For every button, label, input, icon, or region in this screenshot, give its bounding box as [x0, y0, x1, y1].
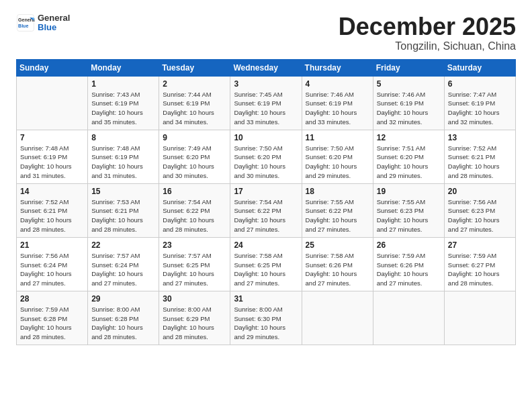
day-info: Sunrise: 8:00 AM Sunset: 6:29 PM Dayligh…	[163, 305, 227, 342]
logo-text-blue: Blue	[38, 23, 70, 32]
day-info: Sunrise: 7:57 AM Sunset: 6:25 PM Dayligh…	[163, 251, 227, 288]
day-info: Sunrise: 7:55 AM Sunset: 6:22 PM Dayligh…	[306, 197, 370, 234]
calendar-week-2: 7Sunrise: 7:48 AM Sunset: 6:19 PM Daylig…	[17, 130, 516, 183]
calendar-cell: 3Sunrise: 7:45 AM Sunset: 6:19 PM Daylig…	[230, 76, 302, 130]
day-number: 28	[20, 294, 85, 304]
calendar-cell: 4Sunrise: 7:46 AM Sunset: 6:19 PM Daylig…	[302, 76, 373, 130]
svg-text:Blue: Blue	[18, 24, 28, 28]
day-number: 18	[306, 187, 370, 196]
day-number: 6	[448, 79, 513, 89]
calendar-cell: 9Sunrise: 7:49 AM Sunset: 6:20 PM Daylig…	[159, 130, 230, 183]
day-info: Sunrise: 8:00 AM Sunset: 6:28 PM Dayligh…	[91, 305, 156, 342]
day-number: 15	[91, 187, 156, 196]
calendar-week-3: 14Sunrise: 7:52 AM Sunset: 6:21 PM Dayli…	[17, 183, 516, 237]
day-info: Sunrise: 7:52 AM Sunset: 6:21 PM Dayligh…	[448, 144, 513, 181]
header-wednesday: Wednesday	[230, 59, 302, 76]
day-info: Sunrise: 7:50 AM Sunset: 6:20 PM Dayligh…	[234, 144, 298, 181]
calendar-week-5: 28Sunrise: 7:59 AM Sunset: 6:28 PM Dayli…	[17, 291, 516, 345]
calendar-cell: 14Sunrise: 7:52 AM Sunset: 6:21 PM Dayli…	[17, 183, 88, 237]
calendar-table: SundayMondayTuesdayWednesdayThursdayFrid…	[16, 59, 516, 345]
day-number: 19	[377, 187, 441, 196]
calendar-cell: 29Sunrise: 8:00 AM Sunset: 6:28 PM Dayli…	[88, 291, 159, 345]
day-number: 31	[234, 294, 298, 304]
day-info: Sunrise: 7:59 AM Sunset: 6:28 PM Dayligh…	[20, 305, 85, 342]
calendar-cell: 6Sunrise: 7:47 AM Sunset: 6:19 PM Daylig…	[444, 76, 515, 130]
day-info: Sunrise: 7:56 AM Sunset: 6:24 PM Dayligh…	[20, 251, 85, 288]
calendar-cell: 24Sunrise: 7:58 AM Sunset: 6:25 PM Dayli…	[230, 237, 302, 291]
calendar-cell: 17Sunrise: 7:54 AM Sunset: 6:22 PM Dayli…	[230, 183, 302, 237]
calendar-header-row: SundayMondayTuesdayWednesdayThursdayFrid…	[17, 59, 516, 76]
day-info: Sunrise: 7:58 AM Sunset: 6:25 PM Dayligh…	[234, 251, 298, 288]
day-info: Sunrise: 7:50 AM Sunset: 6:20 PM Dayligh…	[306, 144, 370, 181]
day-number: 24	[234, 240, 298, 250]
calendar-cell: 26Sunrise: 7:59 AM Sunset: 6:26 PM Dayli…	[373, 237, 444, 291]
calendar-week-4: 21Sunrise: 7:56 AM Sunset: 6:24 PM Dayli…	[17, 237, 516, 291]
calendar-cell	[444, 291, 515, 345]
day-info: Sunrise: 7:55 AM Sunset: 6:23 PM Dayligh…	[377, 197, 441, 234]
day-number: 5	[377, 79, 441, 89]
day-info: Sunrise: 7:46 AM Sunset: 6:19 PM Dayligh…	[377, 90, 441, 127]
day-number: 2	[163, 79, 227, 89]
calendar-cell: 12Sunrise: 7:51 AM Sunset: 6:20 PM Dayli…	[373, 130, 444, 183]
day-info: Sunrise: 7:45 AM Sunset: 6:19 PM Dayligh…	[234, 90, 298, 127]
day-number: 16	[163, 187, 227, 196]
header-tuesday: Tuesday	[159, 59, 230, 76]
calendar-cell: 19Sunrise: 7:55 AM Sunset: 6:23 PM Dayli…	[373, 183, 444, 237]
day-info: Sunrise: 7:54 AM Sunset: 6:22 PM Dayligh…	[163, 197, 227, 234]
calendar-cell: 7Sunrise: 7:48 AM Sunset: 6:19 PM Daylig…	[17, 130, 88, 183]
day-info: Sunrise: 7:57 AM Sunset: 6:24 PM Dayligh…	[91, 251, 156, 288]
header-saturday: Saturday	[444, 59, 515, 76]
calendar-cell: 18Sunrise: 7:55 AM Sunset: 6:22 PM Dayli…	[302, 183, 373, 237]
calendar-cell: 23Sunrise: 7:57 AM Sunset: 6:25 PM Dayli…	[159, 237, 230, 291]
header-sunday: Sunday	[17, 59, 88, 76]
day-info: Sunrise: 7:46 AM Sunset: 6:19 PM Dayligh…	[306, 90, 370, 127]
day-number: 21	[20, 240, 85, 250]
calendar-cell: 22Sunrise: 7:57 AM Sunset: 6:24 PM Dayli…	[88, 237, 159, 291]
header: General Blue General Blue December 2025 …	[16, 13, 516, 52]
day-number: 22	[91, 240, 156, 250]
calendar-cell	[302, 291, 373, 345]
svg-rect-0	[17, 15, 34, 32]
calendar-cell: 1Sunrise: 7:43 AM Sunset: 6:19 PM Daylig…	[88, 76, 159, 130]
day-info: Sunrise: 7:54 AM Sunset: 6:22 PM Dayligh…	[234, 197, 298, 234]
logo-icon: General Blue	[16, 13, 35, 32]
day-number: 11	[306, 133, 370, 142]
calendar-cell: 8Sunrise: 7:48 AM Sunset: 6:19 PM Daylig…	[88, 130, 159, 183]
calendar-cell: 28Sunrise: 7:59 AM Sunset: 6:28 PM Dayli…	[17, 291, 88, 345]
day-info: Sunrise: 7:59 AM Sunset: 6:27 PM Dayligh…	[448, 251, 513, 288]
day-number: 20	[448, 187, 513, 196]
calendar-cell: 27Sunrise: 7:59 AM Sunset: 6:27 PM Dayli…	[444, 237, 515, 291]
calendar-cell: 13Sunrise: 7:52 AM Sunset: 6:21 PM Dayli…	[444, 130, 515, 183]
calendar-cell: 10Sunrise: 7:50 AM Sunset: 6:20 PM Dayli…	[230, 130, 302, 183]
day-number: 8	[91, 133, 156, 142]
calendar-cell: 5Sunrise: 7:46 AM Sunset: 6:19 PM Daylig…	[373, 76, 444, 130]
day-info: Sunrise: 7:44 AM Sunset: 6:19 PM Dayligh…	[163, 90, 227, 127]
day-number: 29	[91, 294, 156, 304]
day-number: 17	[234, 187, 298, 196]
calendar-cell: 31Sunrise: 8:00 AM Sunset: 6:30 PM Dayli…	[230, 291, 302, 345]
header-friday: Friday	[373, 59, 444, 76]
calendar-cell: 25Sunrise: 7:58 AM Sunset: 6:26 PM Dayli…	[302, 237, 373, 291]
calendar-cell: 21Sunrise: 7:56 AM Sunset: 6:24 PM Dayli…	[17, 237, 88, 291]
day-number: 1	[91, 79, 156, 89]
day-info: Sunrise: 7:51 AM Sunset: 6:20 PM Dayligh…	[377, 144, 441, 181]
day-number: 30	[163, 294, 227, 304]
calendar-subtitle: Tongzilin, Sichuan, China	[339, 40, 516, 52]
day-info: Sunrise: 7:47 AM Sunset: 6:19 PM Dayligh…	[448, 90, 513, 127]
day-number: 26	[377, 240, 441, 250]
day-number: 12	[377, 133, 441, 142]
logo: General Blue General Blue	[16, 13, 70, 33]
day-info: Sunrise: 7:56 AM Sunset: 6:23 PM Dayligh…	[448, 197, 513, 234]
calendar-cell: 2Sunrise: 7:44 AM Sunset: 6:19 PM Daylig…	[159, 76, 230, 130]
day-info: Sunrise: 7:48 AM Sunset: 6:19 PM Dayligh…	[91, 144, 156, 181]
title-block: December 2025 Tongzilin, Sichuan, China	[339, 13, 516, 52]
day-info: Sunrise: 7:53 AM Sunset: 6:21 PM Dayligh…	[91, 197, 156, 234]
day-number: 10	[234, 133, 298, 142]
day-info: Sunrise: 7:59 AM Sunset: 6:26 PM Dayligh…	[377, 251, 441, 288]
calendar-week-1: 1Sunrise: 7:43 AM Sunset: 6:19 PM Daylig…	[17, 76, 516, 130]
day-info: Sunrise: 7:43 AM Sunset: 6:19 PM Dayligh…	[91, 90, 156, 127]
calendar-cell: 30Sunrise: 8:00 AM Sunset: 6:29 PM Dayli…	[159, 291, 230, 345]
day-number: 9	[163, 133, 227, 142]
day-number: 3	[234, 79, 298, 89]
calendar-cell: 16Sunrise: 7:54 AM Sunset: 6:22 PM Dayli…	[159, 183, 230, 237]
